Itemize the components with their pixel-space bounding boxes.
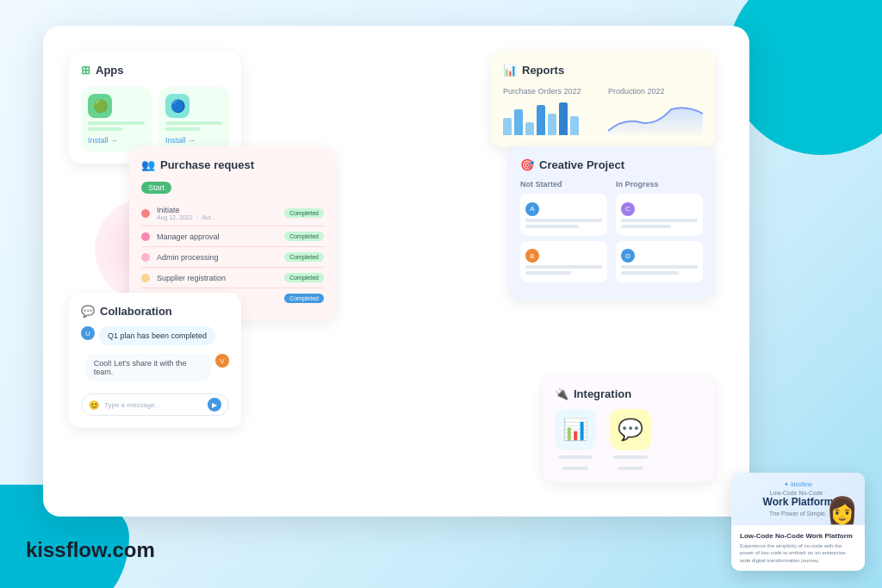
reports-widget: 📊 Reports Purchase Orders 2022 Productio… (491, 52, 715, 147)
step-sub-1: Aug 12, 2022 → Aut... (157, 214, 216, 220)
chat-input-row[interactable]: 😊 Type a message... ▶ (81, 393, 229, 416)
creative-card-1: A (520, 194, 607, 236)
app-icon-1: 🟢 (88, 94, 112, 118)
reports-widget-title: 📊 Reports (503, 64, 703, 77)
creative-col1-title: Not Started (520, 180, 607, 189)
card-line-6 (621, 225, 671, 228)
creative-col-in-progress: In Progress C D (616, 180, 703, 288)
reports-col-1: Purchase Orders 2022 (503, 87, 598, 135)
bar-6 (559, 102, 568, 135)
reports-col1-title: Purchase Orders 2022 (503, 87, 598, 96)
chat-bubble-received: Q1 plan has been completed (99, 326, 215, 345)
step-left-3: Admin processing (141, 253, 219, 262)
chat-bubble-sent: Cool! Let's share it with the team. (85, 354, 211, 381)
creative-card-4: D (616, 241, 703, 283)
app-lines-2 (165, 121, 222, 131)
chat-avatar-2: V (215, 354, 229, 368)
app-icon-2: 🔵 (165, 94, 189, 118)
reports-col-2: Production 2022 (608, 87, 703, 135)
promo-top-section: ✦ kissflow Low-Code No-Code · Work Platf… (731, 473, 865, 524)
apps-grid-icon: ⊞ (81, 64, 90, 77)
app-item-2: 🔵 Install → (158, 87, 229, 152)
purchase-step-3: Admin processing Completed (141, 247, 324, 268)
chat-messages: U Q1 plan has been completed V Cool! Let… (81, 326, 229, 387)
card-line-7 (621, 265, 698, 269)
integration-icon-chat: 💬 (610, 409, 651, 450)
promo-bottom-section: Low-Code No-Code Work Platform Experienc… (731, 525, 865, 571)
promo-card[interactable]: ✦ kissflow Low-Code No-Code · Work Platf… (731, 473, 865, 571)
creative-card-2: B (520, 241, 607, 283)
app-action-2[interactable]: Install → (165, 136, 222, 145)
bar-5 (548, 114, 556, 135)
chat-avatar-1: U (81, 326, 95, 340)
chat-input-placeholder[interactable]: Type a message... (104, 401, 202, 409)
bar-chart (503, 101, 598, 135)
send-button[interactable]: ▶ (208, 398, 221, 412)
main-card: ⊞ Apps 🟢 Install → 🔵 Install → (43, 26, 749, 517)
avatar-4: D (621, 249, 635, 263)
bar-3 (525, 122, 534, 135)
promo-bottom-text: Experience the simplicity of no-code wit… (740, 542, 856, 564)
creative-widget-title: 🎯 Creative Project (520, 158, 703, 171)
promo-person-illustration: 👩 (826, 495, 858, 525)
card-line-1 (525, 219, 602, 222)
card-line-4 (525, 271, 571, 275)
integration-line-2 (613, 455, 648, 459)
step-name-4: Supplier registration (157, 274, 226, 282)
step-badge-4: Completed (284, 273, 324, 282)
app-line-short-2 (165, 127, 200, 131)
bar-1 (503, 118, 512, 135)
creative-col2-title: In Progress (616, 180, 703, 189)
collaboration-widget: 💬 Collaboration U Q1 plan has been compl… (69, 293, 241, 428)
step-badge-3: Completed (284, 252, 324, 262)
step-dot-2 (141, 232, 150, 241)
apps-grid: 🟢 Install → 🔵 Install → (81, 87, 229, 152)
step-dot-4 (141, 274, 150, 282)
avatar-3: C (621, 202, 635, 216)
step-badge-5: Completed (284, 294, 324, 303)
emoji-icon: 😊 (89, 400, 99, 410)
integration-icons-row: 📊 💬 (555, 409, 703, 470)
avatar-2: B (525, 249, 539, 263)
purchase-icon: 👥 (141, 158, 155, 171)
integration-item-1: 📊 (555, 409, 596, 470)
creative-col-not-started: Not Started A B (520, 180, 607, 288)
card-line-5 (621, 219, 698, 222)
reports-col2-title: Production 2022 (608, 87, 703, 96)
step-name-3: Admin processing (157, 253, 219, 262)
collab-icon: 💬 (81, 305, 95, 318)
step-dot-1 (141, 209, 150, 218)
integration-item-2: 💬 (610, 409, 651, 470)
step-left-1: Initiate Aug 12, 2022 → Aut... (141, 206, 216, 220)
purchase-step-2: Manager approval Completed (141, 226, 324, 247)
card-line-2 (525, 225, 579, 228)
chat-row-1: U Q1 plan has been completed (81, 326, 229, 350)
bar-2 (514, 109, 523, 135)
integration-icon-analytics: 📊 (555, 409, 596, 450)
creative-card-3: C (616, 194, 703, 236)
integration-icon: 🔌 (555, 387, 568, 400)
step-name-1: Initiate (157, 206, 216, 214)
bar-4 (537, 105, 545, 135)
purchase-step-1: Initiate Aug 12, 2022 → Aut... Completed (141, 201, 324, 226)
app-action-1[interactable]: Install → (88, 136, 145, 145)
step-name-2: Manager approval (157, 232, 220, 241)
avatar-1: A (525, 202, 539, 216)
integration-line2-1 (562, 467, 588, 470)
bar-7 (570, 116, 579, 135)
reports-columns: Purchase Orders 2022 Production 2022 (503, 87, 703, 135)
collab-widget-title: 💬 Collaboration (81, 305, 229, 318)
line-chart (608, 101, 703, 135)
card-line-3 (525, 265, 602, 269)
domain-text: kissflow.com (26, 538, 155, 562)
start-badge: Start (141, 182, 171, 194)
creative-columns: Not Started A B In Progress C (520, 180, 703, 288)
chat-row-2: V Cool! Let's share it with the team. (81, 354, 229, 387)
step-left-4: Supplier registration (141, 274, 226, 282)
step-badge-1: Completed (284, 208, 324, 218)
integration-widget: 🔌 Integration 📊 💬 (543, 375, 715, 482)
creative-icon: 🎯 (520, 158, 534, 171)
app-line (88, 121, 145, 125)
integration-line-1 (558, 455, 593, 459)
app-line-short (88, 127, 122, 131)
